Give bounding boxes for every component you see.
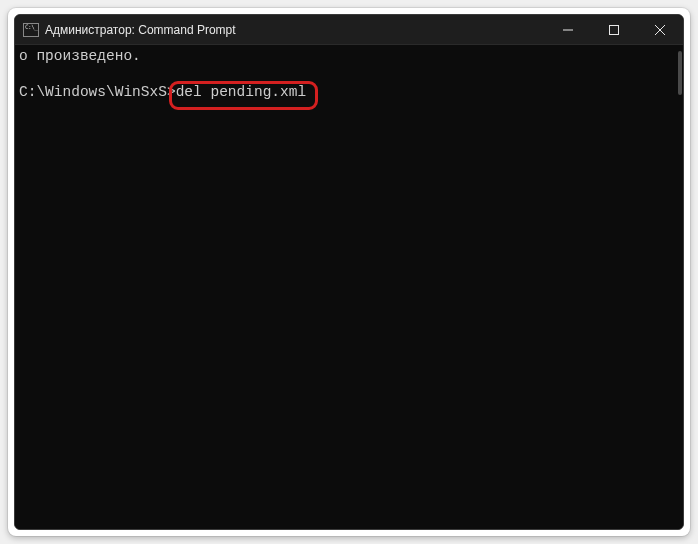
prompt-text: C:\Windows\WinSxS> bbox=[19, 84, 176, 100]
titlebar[interactable]: Администратор: Command Prompt bbox=[15, 15, 683, 45]
maximize-button[interactable] bbox=[591, 15, 637, 44]
command-text: del pending.xml bbox=[176, 84, 307, 100]
output-line: о произведено. bbox=[19, 48, 141, 64]
console-area[interactable]: о произведено. C:\Windows\WinSxS>del pen… bbox=[15, 45, 683, 529]
command-prompt-window: Администратор: Command Prompt bbox=[14, 14, 684, 530]
svg-rect-1 bbox=[610, 25, 619, 34]
close-button[interactable] bbox=[637, 15, 683, 44]
window-controls bbox=[545, 15, 683, 44]
window-title: Администратор: Command Prompt bbox=[45, 23, 236, 37]
maximize-icon bbox=[609, 25, 619, 35]
scrollbar-thumb[interactable] bbox=[678, 51, 682, 95]
cmd-icon bbox=[23, 23, 39, 37]
close-icon bbox=[655, 25, 665, 35]
title-left: Администратор: Command Prompt bbox=[15, 23, 545, 37]
console-content: о произведено. C:\Windows\WinSxS>del pen… bbox=[15, 45, 683, 103]
minimize-button[interactable] bbox=[545, 15, 591, 44]
screenshot-frame: Администратор: Command Prompt bbox=[8, 8, 690, 536]
minimize-icon bbox=[563, 25, 573, 35]
